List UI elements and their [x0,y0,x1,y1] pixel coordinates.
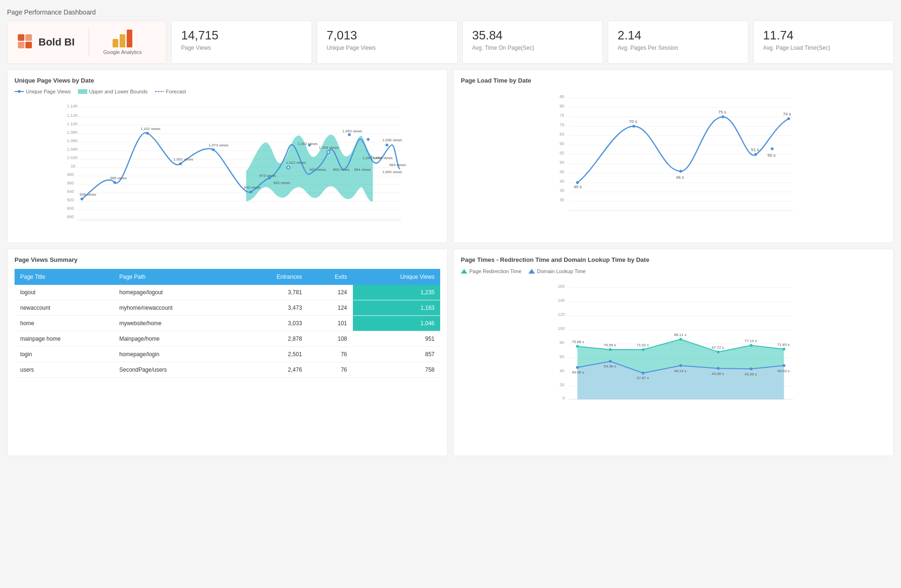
bottom-row: Page Views Summary Page Title Page Path … [7,249,894,456]
svg-text:986 views: 986 views [110,176,127,180]
svg-text:1.10K: 1.10K [67,122,78,126]
svg-text:1.04K: 1.04K [67,147,78,152]
svg-point-141 [783,348,786,351]
svg-point-59 [179,162,182,165]
svg-text:40: 40 [560,368,565,373]
legend-redirection-label: Page Redirection Time [469,268,521,274]
svg-text:1.14K: 1.14K [67,104,78,108]
page-load-time-title: Page Load Time by Date [461,77,886,84]
cell-exits: 124 [308,285,353,300]
cell-exits: 76 [308,347,353,362]
legend-lookup: Domain Lookup Time [528,268,586,275]
table-row: newaccount myhome/newaccount 3,473 124 1… [15,300,440,316]
svg-point-56 [81,198,84,200]
svg-text:80: 80 [560,104,565,108]
col-page-path: Page Path [114,269,237,285]
svg-text:46 s: 46 s [676,175,685,180]
chart-legend: Unique Page Views Upper and Lower Bounds… [15,89,440,94]
svg-point-58 [146,132,149,135]
table-row: users SecondPage/users 2,476 76 758 [15,362,440,378]
page-times-svg: 160 140 120 100 80 60 40 20 0 [461,278,886,447]
legend-label-line: Unique Page Views [26,89,71,94]
svg-text:65: 65 [560,132,565,137]
unique-page-views-title: Unique Page Views by Date [15,77,440,84]
svg-point-129 [576,345,579,348]
legend-label-forecast: Forecast [166,89,186,94]
svg-rect-6 [78,89,87,94]
svg-text:964 views: 964 views [389,163,406,167]
svg-text:77.13 s: 77.13 s [745,339,757,343]
svg-point-139 [750,344,753,347]
svg-text:1.02K: 1.02K [67,155,78,160]
svg-text:60: 60 [560,354,565,359]
ga-label: Google Analytics [103,49,142,55]
svg-point-153 [750,367,753,370]
ga-bar-3 [127,30,132,47]
page-views-summary-card: Page Views Summary Page Title Page Path … [7,249,448,456]
svg-text:48.14 s: 48.14 s [674,369,687,373]
svg-point-68 [386,144,389,146]
metric-unique-page-views: 7,013 Unique Page Views [317,21,458,64]
legend-redirection: Page Redirection Time [461,268,521,275]
svg-text:963 views: 963 views [333,168,350,172]
ga-bar-2 [120,34,125,47]
svg-marker-109 [461,269,467,274]
svg-text:43.36 s: 43.36 s [745,372,757,376]
unique-page-views-chart-card: Unique Page Views by Date Unique Page Vi… [7,69,448,243]
cell-page-title: login [15,347,114,362]
svg-text:1,053 views: 1,053 views [343,129,362,133]
cell-entrances: 2,476 [237,362,308,378]
svg-text:1,073 views: 1,073 views [209,143,229,147]
cell-unique-views: 857 [353,347,440,362]
logo-divider [89,28,89,56]
svg-text:0: 0 [563,396,565,400]
metric-label-0: Page Views [181,45,302,51]
svg-text:980: 980 [67,172,74,177]
cell-entrances: 3,781 [237,285,308,300]
svg-text:35: 35 [560,188,565,193]
svg-text:54.38 s: 54.38 s [604,364,616,368]
svg-text:40: 40 [560,179,565,183]
svg-text:1,036 views: 1,036 views [382,138,402,142]
svg-point-57 [114,181,116,184]
cell-page-title: logout [15,285,114,300]
table-header-row: Page Title Page Path Entrances Exits Uni… [15,269,440,285]
svg-point-131 [609,348,612,351]
svg-point-137 [717,351,720,353]
svg-point-65 [327,151,330,153]
svg-point-100 [722,115,725,118]
svg-text:55 s: 55 s [768,153,776,158]
svg-text:48.53 s: 48.53 s [778,369,790,373]
svg-point-106 [787,117,790,120]
svg-point-96 [633,125,635,128]
dashboard-container: Page Performance Dashboard Bold BI [0,0,901,461]
cell-entrances: 2,501 [237,347,308,362]
ga-bar-1 [113,39,118,47]
top-row: Bold BI Google Analytics 14,715 Page Vie… [7,21,894,64]
table-row: login homepage/login 2,501 76 857 [15,347,440,362]
cell-entrances: 2,878 [237,331,308,347]
svg-marker-110 [528,269,535,274]
legend-line-icon [15,89,24,94]
page-title: Page Performance Dashboard [7,5,894,21]
svg-point-149 [680,364,682,367]
logo-card: Bold BI Google Analytics [7,21,167,64]
triangle-icon-blue [528,268,535,275]
page-times-title: Page Times - Redirection Time and Domain… [461,256,886,263]
svg-point-5 [18,90,21,93]
svg-text:1,012 views: 1,012 views [286,160,306,165]
svg-point-60 [212,148,215,151]
svg-text:1.12K: 1.12K [67,113,78,118]
table-row: home mywebsite/home 3,033 101 1,046 [15,316,440,331]
svg-text:86.11 s: 86.11 s [674,333,687,337]
svg-text:938 views: 938 views [80,192,97,197]
cell-page-title: users [15,362,114,378]
metric-avg-pages-per-session: 2.14 Avg. Pages Per Session [608,21,748,64]
google-analytics-logo: Google Analytics [103,30,142,55]
cell-page-path: Mainpage/home [114,331,237,347]
cell-unique-views: 758 [353,362,440,378]
cell-page-path: homepage/logout [114,285,237,300]
metric-value-3: 2.14 [618,28,739,43]
svg-text:900: 900 [67,206,74,211]
svg-text:71.83 s: 71.83 s [778,343,790,347]
